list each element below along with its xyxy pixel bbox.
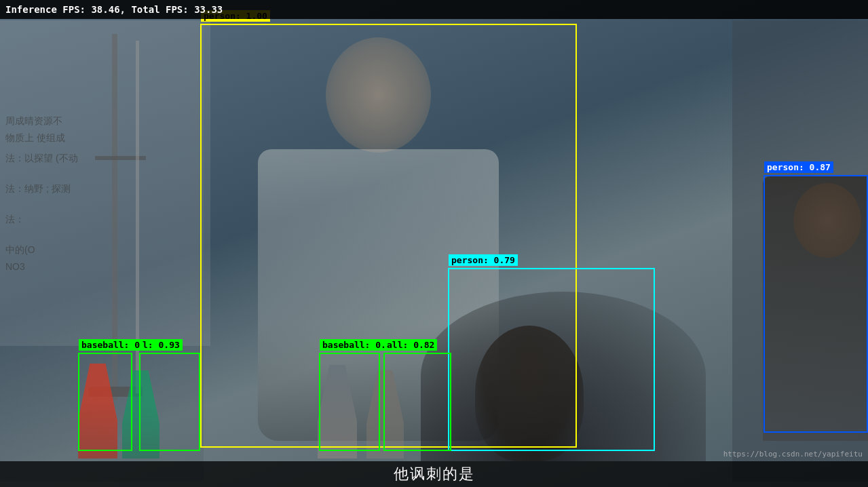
info-bar: Inference FPS: 38.46, Total FPS: 33.33 bbox=[0, 0, 868, 19]
detection-baseball-2: baseball: 0.74 bbox=[319, 353, 380, 451]
whiteboard-bg: 周成晴资源不 物质上 使组成 法：以探望 (不动 法：纳野 ; 探测 法： 中的… bbox=[0, 20, 210, 346]
detection-person-cyan: person: 0.79 bbox=[448, 268, 655, 451]
board-line-1: 周成晴资源不 bbox=[5, 115, 62, 128]
detection-ball-93: l: 0.93 bbox=[139, 353, 200, 451]
board-line-4: 法：纳野 ; 探测 bbox=[5, 183, 71, 195]
label-ball-93: l: 0.93 bbox=[140, 339, 183, 351]
main-container: 周成晴资源不 物质上 使组成 法：以探望 (不动 法：纳野 ; 探测 法： 中的… bbox=[0, 0, 868, 487]
board-line-3: 法：以探望 (不动 bbox=[5, 153, 78, 165]
detection-ball-82: all: 0.82 bbox=[383, 353, 451, 451]
board-line-7: NO3 bbox=[5, 261, 25, 272]
label-person-cyan: person: 0.79 bbox=[449, 254, 518, 266]
board-line-2: 物质上 使组成 bbox=[5, 132, 65, 144]
label-ball-82: all: 0.82 bbox=[384, 339, 437, 351]
board-line-6: 中的(O bbox=[5, 244, 35, 256]
subtitle-text: 他讽刺的是 bbox=[394, 464, 475, 484]
label-person-blue: person: 0.87 bbox=[764, 161, 833, 173]
watermark: https://blog.csdn.net/yapifeitu bbox=[723, 450, 863, 459]
fps-display: Inference FPS: 38.46, Total FPS: 33.33 bbox=[5, 4, 223, 15]
detection-person-blue: person: 0.87 bbox=[763, 175, 868, 433]
board-line-5: 法： bbox=[5, 214, 24, 226]
detection-baseball-1: baseball: 0.91 bbox=[78, 353, 132, 451]
subtitle-bar: 他讽刺的是 bbox=[0, 461, 868, 487]
